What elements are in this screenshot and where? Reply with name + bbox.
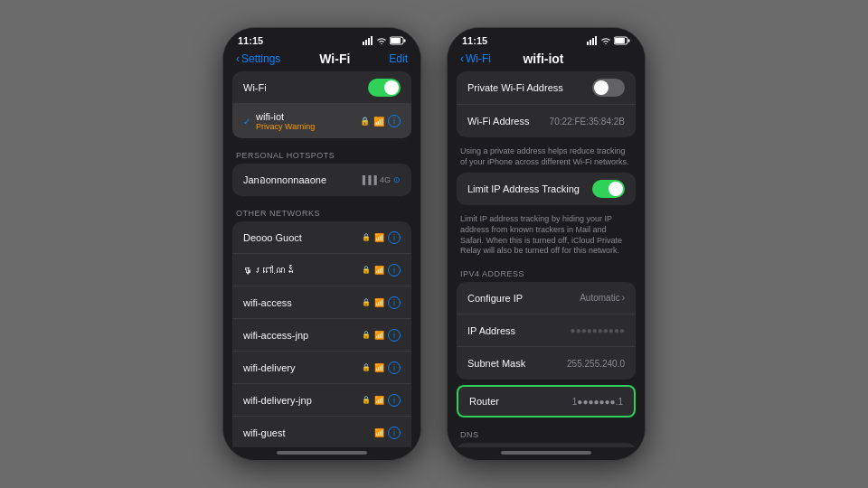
info-icon[interactable]: i bbox=[388, 394, 401, 407]
edit-button[interactable]: Edit bbox=[389, 52, 408, 65]
network-icons: 🔒 📶 i bbox=[362, 394, 401, 407]
wifi-address-value: 70:22:FE:35:84:2B bbox=[550, 117, 625, 127]
network-icons: 🔒 📶 i bbox=[362, 264, 401, 277]
network-icons: 🔒 📶 i bbox=[362, 231, 401, 244]
info-icon[interactable]: i bbox=[388, 231, 401, 244]
svg-rect-1 bbox=[365, 40, 367, 45]
subnet-label: Subnet Mask bbox=[467, 358, 567, 369]
svg-rect-13 bbox=[628, 40, 630, 42]
private-wifi-toggle[interactable] bbox=[592, 79, 625, 97]
wifi-icon: 📶 bbox=[374, 428, 384, 437]
battery-icon bbox=[614, 36, 630, 45]
router-value: 1●●●●●●●.1 bbox=[572, 397, 623, 407]
back-button-right[interactable]: ‹ Wi-Fi bbox=[460, 52, 491, 65]
wifi-address-row: Wi-Fi Address 70:22:FE:35:84:2B bbox=[457, 105, 636, 137]
network-name: wifi-access bbox=[243, 297, 358, 308]
connected-network-info: wifi-iot Privacy Warning bbox=[256, 111, 356, 131]
dns-section-label: DNS bbox=[448, 423, 645, 443]
list-item[interactable]: wifi-delivery-jnp 🔒 📶 i bbox=[232, 384, 411, 417]
info-icon[interactable]: i bbox=[388, 264, 401, 277]
nav-bar-right: ‹ Wi-Fi wifi-iot bbox=[448, 50, 645, 71]
ip-address-label: IP Address bbox=[467, 325, 571, 336]
hotspot-detail-icon: ⊙ bbox=[393, 175, 401, 184]
wifi-icon: 📶 bbox=[373, 117, 384, 127]
configure-ip-label: Configure IP bbox=[467, 293, 580, 304]
list-item[interactable]: wifi-access 🔒 📶 i bbox=[232, 286, 411, 319]
back-button-left[interactable]: ‹ Settings bbox=[236, 52, 280, 65]
wifi-icon: 📶 bbox=[374, 233, 384, 242]
network-name: wifi-access-jnp bbox=[243, 330, 358, 341]
info-icon[interactable]: i bbox=[388, 296, 401, 309]
list-item[interactable]: ចព្រៅ.ណងំ 🔒 📶 i bbox=[232, 254, 411, 286]
nav-title-right: wifi-iot bbox=[523, 52, 563, 66]
address-description: Using a private address helps reduce tra… bbox=[448, 143, 645, 173]
info-icon[interactable]: i bbox=[388, 361, 401, 374]
dns-section: Configure DNS Automatic › bbox=[457, 443, 636, 447]
wifi-status-icon bbox=[600, 36, 611, 45]
ipv4-group: Configure IP Automatic › IP Address ●●●●… bbox=[457, 282, 636, 380]
svg-rect-5 bbox=[391, 38, 401, 43]
signal-icon bbox=[587, 36, 598, 45]
network-icons: 🔒 📶 i bbox=[362, 361, 401, 374]
list-item[interactable]: Deooo Guoct 🔒 📶 i bbox=[232, 221, 411, 254]
info-icon[interactable]: i bbox=[388, 115, 401, 127]
toggle-knob bbox=[384, 80, 399, 95]
configure-dns-row[interactable]: Configure DNS Automatic › bbox=[457, 443, 636, 447]
router-row[interactable]: Router 1●●●●●●●.1 bbox=[457, 385, 636, 418]
list-item[interactable]: wifi-delivery 🔒 📶 i bbox=[232, 352, 411, 384]
wifi-toggle-label: Wi-Fi bbox=[243, 82, 368, 93]
status-icons-left bbox=[363, 36, 406, 45]
wifi-icon: 📶 bbox=[374, 396, 384, 405]
status-bar-left: 11:15 bbox=[223, 28, 420, 50]
limit-ip-section: Limit IP Address Tracking bbox=[457, 173, 636, 205]
limit-ip-toggle[interactable] bbox=[592, 180, 625, 198]
ipv4-section-label: IPV4 ADDRESS bbox=[448, 262, 645, 282]
configure-ip-value: Automatic bbox=[580, 293, 619, 303]
time-right: 11:15 bbox=[462, 35, 487, 46]
svg-rect-6 bbox=[404, 40, 406, 42]
lte-label: 4G bbox=[380, 175, 391, 184]
wifi-address-label: Wi-Fi Address bbox=[467, 116, 550, 127]
phone-right: 11:15 ‹ Wi-Fi wifi-iot bbox=[447, 27, 646, 461]
network-icons: 🔒 📶 i bbox=[362, 329, 401, 342]
connected-network-row[interactable]: ✓ wifi-iot Privacy Warning 🔒 📶 i bbox=[232, 104, 411, 138]
ipv4-section: Configure IP Automatic › IP Address ●●●●… bbox=[457, 282, 636, 380]
phone-left-screen: 11:15 ‹ Settings Wi-Fi Edit bbox=[223, 28, 420, 460]
ip-address-row: IP Address ●●●●●●●●●● bbox=[457, 314, 636, 347]
list-item[interactable]: wifi-guest 📶 i bbox=[232, 417, 411, 447]
svg-rect-0 bbox=[363, 42, 364, 45]
wifi-icon: 📶 bbox=[374, 298, 384, 307]
info-icon[interactable]: i bbox=[388, 427, 401, 439]
limit-description: Limit IP address tracking by hiding your… bbox=[448, 211, 645, 262]
configure-ip-row[interactable]: Configure IP Automatic › bbox=[457, 282, 636, 314]
svg-rect-7 bbox=[587, 42, 589, 45]
wifi-icon: 📶 bbox=[374, 266, 384, 275]
right-content: Private Wi-Fi Address Wi-Fi Address 70:2… bbox=[448, 71, 645, 447]
wifi-toggle[interactable] bbox=[368, 79, 401, 97]
lock-icon: 🔒 bbox=[362, 331, 371, 339]
ip-address-value: ●●●●●●●●●● bbox=[571, 325, 625, 335]
private-wifi-row[interactable]: Private Wi-Fi Address bbox=[457, 71, 636, 105]
back-label-left: Settings bbox=[241, 52, 280, 65]
dns-group: Configure DNS Automatic › bbox=[457, 443, 636, 447]
battery-icon bbox=[390, 36, 406, 45]
wifi-toggle-row[interactable]: Wi-Fi bbox=[232, 71, 411, 104]
hotspot-name: Janอonnonnaaone bbox=[243, 172, 360, 188]
info-icon[interactable]: i bbox=[388, 329, 401, 342]
subnet-row: Subnet Mask 255.255.240.0 bbox=[457, 347, 636, 380]
limit-ip-row[interactable]: Limit IP Address Tracking bbox=[457, 173, 636, 205]
signal-bars-icon: ▐▐▐ bbox=[360, 175, 377, 184]
wifi-toggle-group: Wi-Fi ✓ wifi-iot Privacy Warning bbox=[232, 71, 411, 138]
list-item[interactable]: wifi-access-jnp 🔒 📶 i bbox=[232, 319, 411, 352]
chevron-back-icon: ‹ bbox=[236, 52, 240, 65]
chevron-back-icon: ‹ bbox=[460, 52, 464, 65]
hotspot-row[interactable]: Janอonnonnaaone ▐▐▐ 4G ⊙ bbox=[232, 164, 411, 196]
svg-rect-2 bbox=[368, 38, 370, 45]
other-networks-group: Deooo Guoct 🔒 📶 i ចព្រៅ.ណងំ 🔒 📶 i bbox=[232, 221, 411, 447]
chevron-icon: › bbox=[622, 293, 625, 303]
subnet-value: 255.255.240.0 bbox=[567, 359, 625, 369]
private-wifi-section: Private Wi-Fi Address Wi-Fi Address 70:2… bbox=[457, 71, 636, 137]
lock-icon: 🔒 bbox=[360, 117, 370, 126]
svg-rect-10 bbox=[595, 36, 597, 45]
signal-icon bbox=[363, 36, 373, 45]
